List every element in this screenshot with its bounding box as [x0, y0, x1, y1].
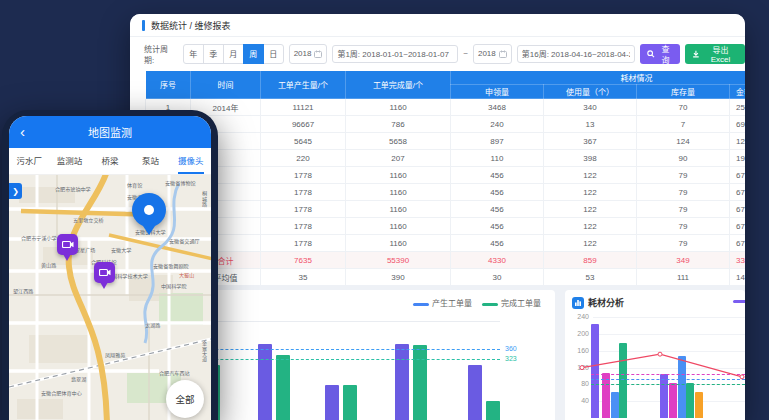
show-all-button[interactable]: 全部 — [166, 380, 204, 418]
mobile-tab[interactable]: 摄像头 — [171, 148, 211, 174]
work-order-bar — [343, 385, 357, 420]
download-icon — [692, 50, 700, 58]
map-poi-label: 凤翔雅苑 — [105, 351, 125, 359]
calendar-icon — [499, 50, 507, 58]
table-row: 356455658897367124129 — [146, 133, 746, 150]
map-canvas[interactable]: 合肥市琥珀中学体育馆安徽农业大学安徽省博物馆五里墩立交桥安徽医科大学合肥市宁溪小… — [9, 175, 211, 420]
average-row: 平均值353903053111141 — [146, 269, 746, 286]
table-header-row: 序号时间工单产生量/个工单完成量/个耗材情况 — [146, 71, 746, 85]
work-order-bar — [395, 344, 409, 420]
maintenance-report-table: 序号时间工单产生量/个工单完成量/个耗材情况申领量使用量（个）库存量金额 120… — [145, 70, 745, 285]
table-cell: 79 — [637, 184, 730, 201]
start-week-input[interactable] — [332, 45, 458, 63]
table-cell: 11121 — [261, 99, 346, 116]
table-row: 6177811604561227967 — [146, 184, 746, 201]
column-header: 工单产生量/个 — [261, 71, 346, 99]
table-cell: 122 — [544, 167, 637, 184]
table-cell: 340 — [544, 99, 637, 116]
group-header: 耗材情况 — [451, 71, 746, 85]
mobile-tab[interactable]: 监测站 — [49, 148, 89, 174]
table-cell: 390 — [346, 269, 451, 286]
table-cell: 207 — [346, 150, 451, 167]
camera-icon — [62, 240, 74, 249]
table-cell: 786 — [346, 116, 451, 133]
table-cell: 5658 — [346, 133, 451, 150]
table-cell: 220 — [261, 150, 346, 167]
query-button[interactable]: 查询 — [640, 44, 681, 64]
map-poi-label: 安徽省歌舞剧院 — [153, 262, 189, 270]
period-option[interactable]: 月 — [223, 44, 244, 64]
table-cell: 79 — [637, 218, 730, 235]
table-cell: 859 — [544, 252, 637, 269]
mobile-tab[interactable]: 污水厂 — [9, 148, 49, 174]
mobile-tab[interactable]: 泵站 — [130, 148, 170, 174]
mobile-screen: ‹ 地图监测 污水厂监测站桥梁泵站摄像头 — [9, 116, 211, 420]
filter-bar: 统计周期: 年季月周日 2018 ~ 2018 查询 导出Excel — [130, 37, 745, 70]
table-cell: 124 — [637, 133, 730, 150]
map-expander-button[interactable]: ❯ — [9, 183, 22, 199]
end-week-input[interactable] — [517, 45, 635, 63]
table-cell: 690 — [730, 116, 746, 133]
period-option[interactable]: 年 — [183, 44, 204, 64]
end-year-select[interactable]: 2018 — [473, 44, 512, 64]
table-cell: 456 — [451, 235, 544, 252]
camera-marker[interactable] — [57, 234, 78, 255]
table-cell: 111 — [637, 269, 730, 286]
table-row: 42202071103989019 — [146, 150, 746, 167]
table-cell: 1160 — [346, 167, 451, 184]
period-segmented-control: 年季月周日 — [183, 44, 284, 64]
period-label: 统计周期: — [144, 43, 178, 65]
map-poi-label: 太湖路 — [145, 321, 160, 329]
selected-camera-marker[interactable] — [132, 193, 166, 227]
legend-label: 产生工单量 — [432, 299, 472, 308]
column-header: 工单完成量/个 — [346, 71, 451, 99]
export-excel-button[interactable]: 导出Excel — [685, 44, 745, 64]
map-poi-label: 安徽合肥体育中心 — [41, 389, 82, 397]
start-year-select[interactable]: 2018 — [289, 44, 328, 64]
table-cell: 367 — [544, 133, 637, 150]
map-poi-label: 体育馆 — [127, 181, 142, 189]
table-section: 数据统计 / 维修报表 统计周期: 年季月周日 2018 ~ 2018 查询 导… — [130, 14, 745, 285]
work-order-bar — [468, 365, 482, 420]
camera-marker[interactable] — [94, 262, 115, 283]
map-poi-label: 大蜀山 — [179, 271, 194, 279]
map-poi-label: 五里墩立交桥 — [73, 216, 104, 224]
table-cell: 13 — [544, 116, 637, 133]
table-cell: 67 — [730, 235, 746, 252]
table-cell: 5645 — [261, 133, 346, 150]
table-cell: 79 — [637, 201, 730, 218]
work-order-bar — [486, 401, 500, 420]
table-cell: 240 — [451, 116, 544, 133]
period-option[interactable]: 周 — [243, 44, 264, 64]
map-poi-label: 金寨大道 — [201, 341, 209, 361]
work-order-bar — [276, 355, 290, 420]
table-cell: 1160 — [346, 235, 451, 252]
table-row: 12014年1112111603468340702500 — [146, 99, 746, 116]
sub-column-header: 金额 — [730, 85, 746, 99]
legend-label: 完成工单量 — [501, 299, 541, 308]
period-option[interactable]: 日 — [263, 44, 284, 64]
back-chevron-icon[interactable]: ‹ — [20, 124, 25, 139]
map-poi-label: 安徽省博物馆 — [165, 179, 196, 187]
table-cell: 7635 — [261, 252, 346, 269]
table-cell: 129 — [730, 133, 746, 150]
mobile-tab[interactable]: 桥梁 — [90, 148, 130, 174]
table-cell: 35 — [261, 269, 346, 286]
table-cell: 1160 — [346, 184, 451, 201]
report-table-wrapper: 序号时间工单产生量/个工单完成量/个耗材情况申领量使用量（个）库存量金额 120… — [145, 70, 745, 285]
sub-column-header: 使用量（个） — [544, 85, 637, 99]
mobile-header: ‹ 地图监测 — [9, 116, 211, 148]
map-poi-label: 安徽省交通厅 — [169, 237, 200, 245]
table-cell: 3468 — [451, 99, 544, 116]
legend-swatch — [482, 303, 498, 306]
table-cell: 141 — [730, 269, 746, 286]
period-option[interactable]: 季 — [203, 44, 224, 64]
table-row: 9177811604561227967 — [146, 235, 746, 252]
map-poi-label: 安徽大学 — [111, 246, 131, 254]
consumable-chart-card: 耗材分析 2402001601208040 — [565, 290, 745, 420]
calendar-icon — [314, 50, 322, 58]
table-cell: 122 — [544, 235, 637, 252]
sub-column-header: 申领量 — [451, 85, 544, 99]
table-cell: 110 — [451, 150, 544, 167]
table-cell: 897 — [451, 133, 544, 150]
